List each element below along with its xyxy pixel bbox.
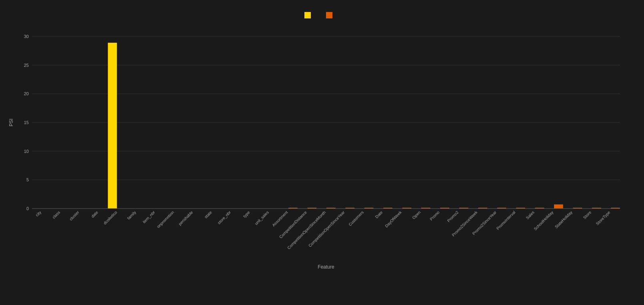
- labrador-swatch: [326, 12, 332, 18]
- bustard-swatch: [304, 12, 311, 18]
- svg-text:Feature: Feature: [318, 264, 334, 270]
- svg-text:15: 15: [24, 120, 29, 125]
- svg-text:5: 5: [26, 177, 29, 182]
- svg-rect-58: [554, 205, 563, 209]
- legend-item-labrador: [326, 12, 336, 18]
- chart-container: 051015202530PSIcityclassclusterdatedcoil…: [0, 0, 644, 305]
- main-chart-svg: 051015202530PSIcityclassclusterdatedcoil…: [8, 24, 628, 281]
- svg-text:PSI: PSI: [8, 118, 14, 126]
- svg-text:25: 25: [24, 63, 29, 68]
- svg-text:10: 10: [24, 149, 29, 154]
- legend-item-bustard: [304, 12, 314, 18]
- svg-text:20: 20: [24, 91, 29, 96]
- svg-rect-20: [108, 43, 117, 209]
- svg-text:30: 30: [24, 34, 29, 39]
- svg-text:0: 0: [26, 206, 29, 211]
- legend: [8, 12, 632, 18]
